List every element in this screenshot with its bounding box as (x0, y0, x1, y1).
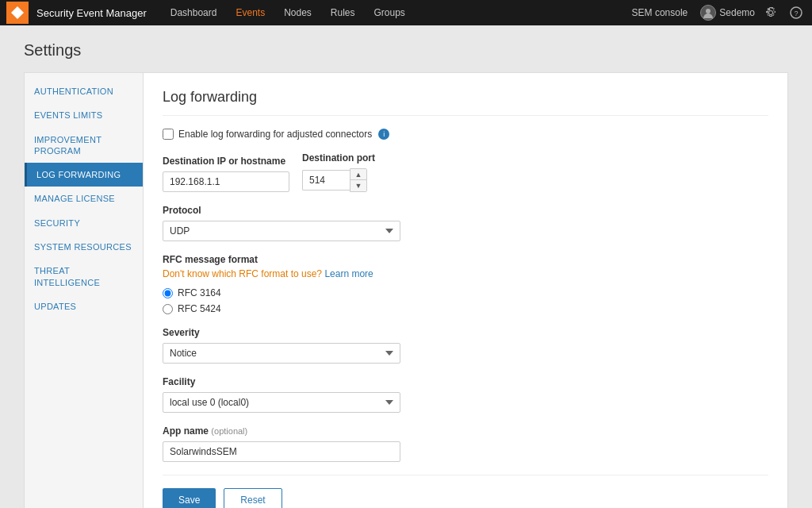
main-nav: Dashboard Events Nodes Rules Groups (161, 0, 626, 25)
logo-diamond (11, 6, 24, 19)
svg-text:?: ? (794, 10, 798, 17)
sidebar-item-authentication[interactable]: AUTHENTICATION (25, 79, 143, 103)
destination-ip-input[interactable] (163, 171, 289, 192)
page-content: Settings AUTHENTICATION EVENTS LIMITS IM… (0, 25, 812, 508)
protocol-select[interactable]: UDP TCP TLS (163, 221, 400, 241)
destination-port-input[interactable] (302, 170, 350, 190)
rfc-5424-radio[interactable] (163, 304, 173, 314)
facility-select[interactable]: local use 0 (local0) local use 1 (local1… (163, 392, 400, 413)
rfc-3164-row: RFC 3164 (163, 287, 768, 298)
app-logo (6, 2, 29, 24)
page-title: Settings (24, 41, 788, 60)
avatar (700, 5, 716, 21)
rfc-learn-more-link[interactable]: Learn more (324, 268, 373, 279)
reset-button[interactable]: Reset (224, 488, 282, 508)
severity-select-container: Notice Emergency Alert Critical Error Wa… (163, 343, 400, 364)
nav-groups[interactable]: Groups (365, 0, 415, 25)
app-title: Security Event Manager (36, 7, 147, 19)
section-title: Log forwarding (163, 89, 768, 116)
nav-rules[interactable]: Rules (321, 0, 365, 25)
topbar-right: SEM console Sedemo ? (626, 5, 806, 21)
enable-log-forwarding-row: Enable log forwarding for adjusted conne… (163, 129, 768, 140)
rfc-3164-label: RFC 3164 (178, 287, 221, 298)
port-increment-button[interactable]: ▲ (350, 169, 366, 180)
rfc-title: RFC message format (163, 254, 768, 265)
severity-select[interactable]: Notice Emergency Alert Critical Error Wa… (163, 343, 400, 364)
port-row: ▲ ▼ (302, 168, 375, 192)
settings-sidebar: AUTHENTICATION EVENTS LIMITS IMPROVEMENT… (25, 73, 144, 508)
settings-icon-btn[interactable] (761, 6, 780, 19)
destination-ip-field: Destination IP or hostname (163, 156, 289, 192)
nav-events[interactable]: Events (226, 0, 274, 25)
protocol-label: Protocol (163, 205, 768, 216)
rfc-5424-label: RFC 5424 (178, 303, 221, 314)
settings-main: Log forwarding Enable log forwarding for… (144, 73, 787, 508)
appname-row: App name (optional) (163, 425, 768, 462)
facility-label: Facility (163, 376, 768, 387)
rfc-section: RFC message format Don't know which RFC … (163, 254, 768, 314)
destination-port-field: Destination port ▲ ▼ (302, 152, 375, 192)
port-spinners: ▲ ▼ (350, 168, 367, 192)
user-menu[interactable]: Sedemo (700, 5, 755, 21)
facility-select-container: local use 0 (local0) local use 1 (local1… (163, 392, 400, 413)
topbar: Security Event Manager Dashboard Events … (0, 0, 812, 25)
nav-dashboard[interactable]: Dashboard (161, 0, 227, 25)
enable-log-forwarding-label: Enable log forwarding for adjusted conne… (178, 129, 372, 140)
appname-optional-label: (optional) (211, 426, 247, 436)
sidebar-item-log-forwarding[interactable]: LOG FORWARDING (25, 163, 143, 187)
severity-row: Severity Notice Emergency Alert Critical… (163, 327, 768, 364)
sidebar-item-events-limits[interactable]: EVENTS LIMITS (25, 103, 143, 127)
protocol-select-container: UDP TCP TLS (163, 221, 400, 241)
sidebar-item-improvement-program[interactable]: IMPROVEMENT PROGRAM (25, 128, 143, 164)
enable-log-forwarding-checkbox[interactable] (163, 129, 174, 140)
destination-port-label: Destination port (302, 152, 375, 164)
sidebar-item-threat-intelligence[interactable]: THREAT INTELLIGENCE (25, 259, 143, 294)
form-actions: Save Reset (163, 475, 768, 508)
protocol-row: Protocol UDP TCP TLS (163, 205, 768, 241)
appname-input[interactable] (163, 441, 400, 462)
rfc-5424-row: RFC 5424 (163, 303, 768, 314)
sidebar-item-system-resources[interactable]: SYSTEM RESOURCES (25, 235, 143, 259)
svg-point-0 (706, 9, 710, 13)
sidebar-item-manage-license[interactable]: MANAGE LICENSE (25, 187, 143, 210)
port-decrement-button[interactable]: ▼ (350, 180, 366, 191)
severity-label: Severity (163, 327, 768, 338)
save-button[interactable]: Save (163, 488, 216, 508)
rfc-hint: Don't know which RFC format to use? Lear… (163, 268, 768, 279)
settings-layout: AUTHENTICATION EVENTS LIMITS IMPROVEMENT… (24, 72, 788, 508)
destination-ip-label: Destination IP or hostname (163, 156, 289, 167)
info-icon[interactable]: i (378, 129, 389, 140)
sidebar-item-security[interactable]: SECURITY (25, 211, 143, 235)
appname-label: App name (optional) (163, 425, 768, 437)
sem-console-button[interactable]: SEM console (626, 7, 695, 18)
rfc-3164-radio[interactable] (163, 288, 173, 298)
nav-nodes[interactable]: Nodes (274, 0, 321, 25)
username: Sedemo (719, 7, 755, 18)
help-icon-btn[interactable]: ? (787, 6, 806, 19)
facility-row: Facility local use 0 (local0) local use … (163, 376, 768, 413)
destination-row: Destination IP or hostname Destination p… (163, 152, 768, 192)
sidebar-item-updates[interactable]: UPDATES (25, 294, 143, 318)
